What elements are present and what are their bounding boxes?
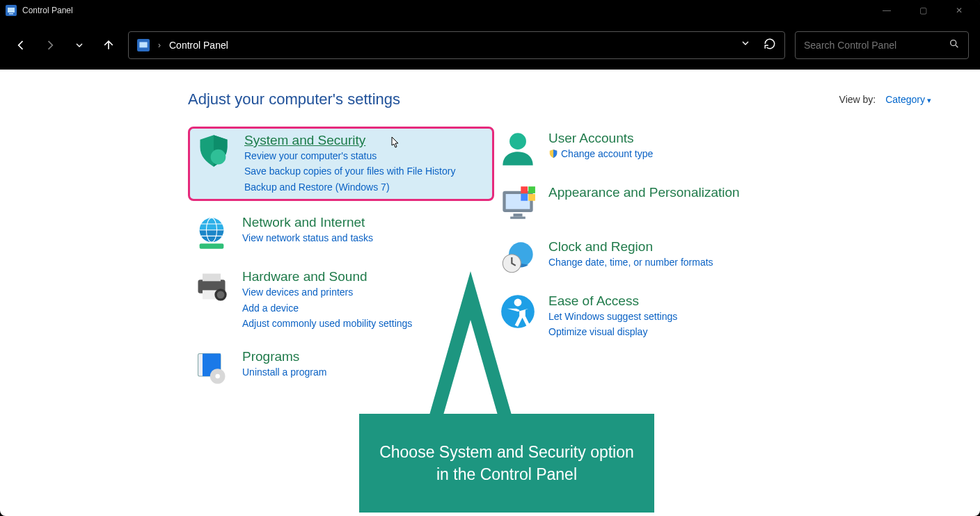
search-box[interactable] bbox=[795, 31, 969, 59]
svg-point-5 bbox=[951, 40, 956, 46]
category-title[interactable]: User Accounts bbox=[548, 131, 795, 146]
forward-button[interactable] bbox=[40, 35, 60, 55]
monitor-icon bbox=[500, 185, 536, 221]
svg-point-19 bbox=[509, 133, 526, 150]
svg-rect-2 bbox=[9, 13, 13, 15]
address-icon bbox=[137, 39, 150, 51]
category-title[interactable]: Ease of Access bbox=[548, 293, 795, 309]
maximize-button[interactable]: ▢ bbox=[913, 6, 933, 15]
category-title[interactable]: Clock and Region bbox=[548, 239, 795, 255]
breadcrumb-root[interactable]: Control Panel bbox=[169, 40, 228, 51]
svg-point-6 bbox=[211, 150, 226, 165]
cursor-icon bbox=[388, 136, 400, 150]
callout-arrow bbox=[429, 271, 512, 417]
breadcrumb-separator: › bbox=[158, 40, 161, 50]
programs-icon bbox=[193, 349, 230, 385]
view-by-label: View by: bbox=[839, 94, 876, 105]
category-title[interactable]: System and Security bbox=[244, 133, 487, 148]
svg-point-18 bbox=[215, 374, 220, 379]
category-link[interactable]: Backup and Restore (Windows 7) bbox=[244, 179, 487, 195]
globe-icon bbox=[193, 215, 230, 251]
category-user-accounts[interactable]: User Accounts Change account type bbox=[494, 127, 800, 171]
view-by-value[interactable]: Category bbox=[885, 94, 931, 105]
svg-rect-4 bbox=[139, 42, 147, 48]
minimize-button[interactable]: — bbox=[877, 6, 896, 15]
title-bar: Control Panel — ▢ ✕ bbox=[0, 0, 980, 21]
refresh-button[interactable] bbox=[764, 38, 776, 53]
control-panel-window: Control Panel — ▢ ✕ › Control Panel bbox=[0, 0, 980, 516]
svg-rect-26 bbox=[521, 194, 528, 201]
address-bar[interactable]: › Control Panel bbox=[128, 31, 785, 59]
page-title: Adjust your computer's settings bbox=[188, 90, 400, 108]
category-link[interactable]: Change date, time, or number formats bbox=[548, 255, 795, 270]
svg-rect-1 bbox=[8, 8, 15, 13]
category-link-text: Change account type bbox=[561, 148, 653, 159]
svg-rect-9 bbox=[200, 243, 224, 249]
category-appearance[interactable]: Appearance and Personalization bbox=[494, 181, 800, 225]
svg-rect-24 bbox=[521, 186, 528, 193]
category-link[interactable]: Optimize visual display bbox=[548, 324, 795, 339]
printer-icon bbox=[193, 269, 230, 305]
instruction-callout: Choose System and Security option in the… bbox=[359, 414, 654, 513]
svg-rect-27 bbox=[528, 194, 535, 201]
up-button[interactable] bbox=[99, 35, 118, 55]
category-system-security[interactable]: System and Security Review your computer… bbox=[188, 127, 494, 201]
category-link[interactable]: Review your computer's status bbox=[244, 148, 487, 163]
view-by: View by: Category bbox=[839, 94, 931, 105]
category-title[interactable]: Appearance and Personalization bbox=[548, 185, 795, 200]
svg-point-31 bbox=[514, 299, 522, 307]
category-ease-of-access[interactable]: Ease of Access Let Windows suggest setti… bbox=[494, 289, 800, 344]
recent-dropdown[interactable] bbox=[70, 35, 89, 55]
navigation-bar: › Control Panel bbox=[0, 21, 980, 70]
window-title: Control Panel bbox=[22, 6, 73, 15]
search-input[interactable] bbox=[804, 40, 949, 51]
address-dropdown[interactable] bbox=[740, 38, 751, 53]
search-icon[interactable] bbox=[949, 38, 960, 52]
svg-rect-22 bbox=[514, 213, 523, 216]
svg-rect-11 bbox=[203, 274, 221, 282]
uac-shield-icon bbox=[548, 147, 558, 157]
clock-globe-icon bbox=[500, 239, 536, 275]
user-icon bbox=[500, 131, 536, 167]
callout-text: Choose System and Security option in the… bbox=[379, 441, 635, 485]
right-column: User Accounts Change account type Appear bbox=[494, 127, 800, 399]
content-area: Adjust your computer's settings View by:… bbox=[0, 70, 980, 516]
category-link[interactable]: Save backup copies of your files with Fi… bbox=[244, 163, 487, 179]
category-title[interactable]: Network and Internet bbox=[242, 215, 489, 230]
svg-rect-25 bbox=[528, 186, 535, 193]
svg-rect-23 bbox=[510, 217, 525, 219]
category-link[interactable]: Change account type bbox=[548, 146, 795, 161]
category-link[interactable]: View network status and tasks bbox=[242, 230, 489, 245]
category-clock-region[interactable]: Clock and Region Change date, time, or n… bbox=[494, 235, 800, 280]
category-network[interactable]: Network and Internet View network status… bbox=[188, 211, 494, 255]
back-button[interactable] bbox=[11, 35, 31, 55]
app-icon bbox=[6, 5, 17, 16]
shield-icon bbox=[196, 133, 232, 169]
close-button[interactable]: ✕ bbox=[949, 6, 969, 15]
category-link[interactable]: Let Windows suggest settings bbox=[548, 309, 795, 324]
svg-point-14 bbox=[217, 291, 225, 299]
